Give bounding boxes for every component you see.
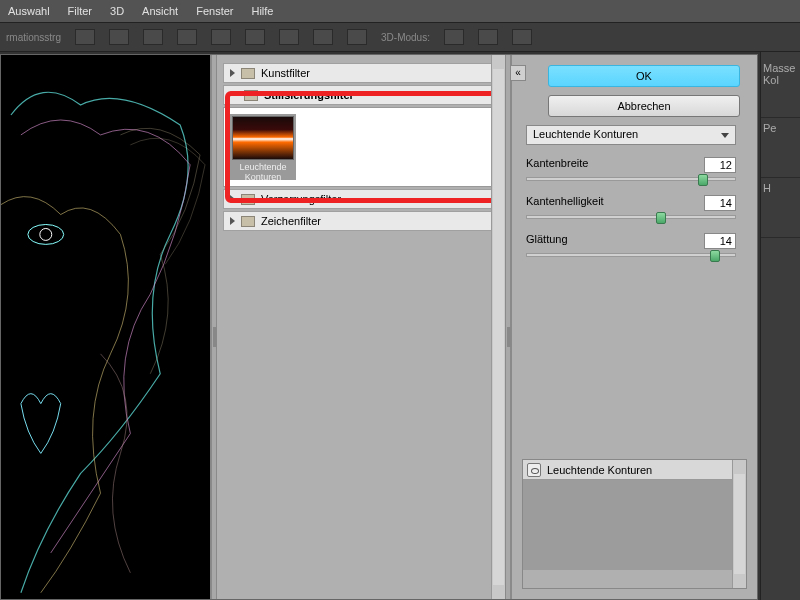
toolbar-icon[interactable] [478, 29, 498, 45]
tree-item-verzerrungsfilter[interactable]: Verzerrungsfilter [223, 189, 499, 209]
svg-rect-0 [1, 55, 210, 598]
slider-track[interactable] [526, 253, 736, 257]
chevron-right-icon [230, 69, 235, 77]
menu-ansicht[interactable]: Ansicht [142, 5, 178, 17]
toolbar-icon[interactable] [512, 29, 532, 45]
effect-layers-body [523, 480, 746, 570]
folder-icon [244, 90, 258, 101]
slider-value-input[interactable]: 14 [704, 195, 736, 211]
slider-kantenhelligkeit: Kantenhelligkeit 14 [526, 195, 747, 219]
menu-filter[interactable]: Filter [68, 5, 92, 17]
toolbar-icon[interactable] [313, 29, 333, 45]
folder-icon [241, 216, 255, 227]
chevron-down-icon [230, 91, 238, 100]
effect-layer-title[interactable]: Leuchtende Konturen [547, 464, 652, 476]
toolbar-icon[interactable] [75, 29, 95, 45]
folder-icon [241, 68, 255, 79]
menu-auswahl[interactable]: Auswahl [8, 5, 50, 17]
chevron-right-icon [230, 195, 235, 203]
ok-button[interactable]: OK [548, 65, 740, 87]
tree-item-stilisierungsfilter[interactable]: Stilisierungsfilter [223, 85, 499, 105]
menu-3d[interactable]: 3D [110, 5, 124, 17]
select-value: Leuchtende Konturen [533, 128, 638, 140]
filter-tree-pane: Kunstfilter Stilisierungsfilter Leuchten… [217, 55, 505, 599]
slider-label: Kantenhelligkeit [526, 195, 604, 211]
filter-select[interactable]: Leuchtende Konturen [526, 125, 736, 145]
tree-label: Stilisierungsfilter [264, 89, 354, 101]
toolbar-label-3d: 3D-Modus: [381, 32, 430, 43]
preview-image [1, 55, 210, 599]
thumb-label: Leuchtende Konturen [232, 162, 294, 182]
chevron-right-icon [230, 217, 235, 225]
tree-label: Kunstfilter [261, 67, 310, 79]
menu-hilfe[interactable]: Hilfe [251, 5, 273, 17]
preview-pane [1, 55, 211, 599]
dock-tab[interactable]: Masse Kol [761, 58, 800, 118]
slider-track[interactable] [526, 177, 736, 181]
slider-thumb[interactable] [698, 174, 708, 186]
slider-glaettung: Glättung 14 [526, 233, 747, 257]
toolbar-icon[interactable] [245, 29, 265, 45]
folder-icon [241, 194, 255, 205]
controls-pane: « OK Abbrechen Leuchtende Konturen Kante… [511, 55, 757, 599]
toolbar-icon[interactable] [347, 29, 367, 45]
layers-scrollbar[interactable] [732, 460, 746, 588]
slider-kantenbreite: Kantenbreite 12 [526, 157, 747, 181]
dock-tab[interactable]: Pe [761, 118, 800, 178]
toolbar-icon[interactable] [211, 29, 231, 45]
toolbar-icon[interactable] [177, 29, 197, 45]
cancel-button[interactable]: Abbrechen [548, 95, 740, 117]
effect-layers-panel: Leuchtende Konturen [522, 459, 747, 589]
filter-gallery-dialog: Kunstfilter Stilisierungsfilter Leuchten… [0, 54, 758, 600]
dock-tab[interactable]: H [761, 178, 800, 238]
menubar: Auswahl Filter 3D Ansicht Fenster Hilfe [0, 0, 800, 22]
tree-label: Zeichenfilter [261, 215, 321, 227]
eye-icon[interactable] [527, 463, 541, 477]
filter-thumbnail-area: Leuchtende Konturen [223, 107, 499, 187]
menu-fenster[interactable]: Fenster [196, 5, 233, 17]
tree-item-kunstfilter[interactable]: Kunstfilter [223, 63, 499, 83]
tree-item-zeichenfilter[interactable]: Zeichenfilter [223, 211, 499, 231]
thumb-image [232, 116, 294, 160]
slider-track[interactable] [526, 215, 736, 219]
slider-value-input[interactable]: 12 [704, 157, 736, 173]
slider-thumb[interactable] [656, 212, 666, 224]
toolbar-icon[interactable] [109, 29, 129, 45]
slider-label: Glättung [526, 233, 568, 249]
filter-thumb-leuchtende-konturen[interactable]: Leuchtende Konturen [230, 114, 296, 180]
options-toolbar: rmationsstrg 3D-Modus: [0, 22, 800, 52]
collapse-tree-button[interactable]: « [510, 65, 526, 81]
slider-label: Kantenbreite [526, 157, 588, 173]
slider-value-input[interactable]: 14 [704, 233, 736, 249]
tree-scrollbar[interactable] [491, 55, 505, 599]
toolbar-label-left: rmationsstrg [6, 32, 61, 43]
toolbar-icon[interactable] [444, 29, 464, 45]
toolbar-icon[interactable] [143, 29, 163, 45]
toolbar-icon[interactable] [279, 29, 299, 45]
right-dock: Masse Kol Pe H [760, 52, 800, 600]
tree-label: Verzerrungsfilter [261, 193, 341, 205]
slider-thumb[interactable] [710, 250, 720, 262]
